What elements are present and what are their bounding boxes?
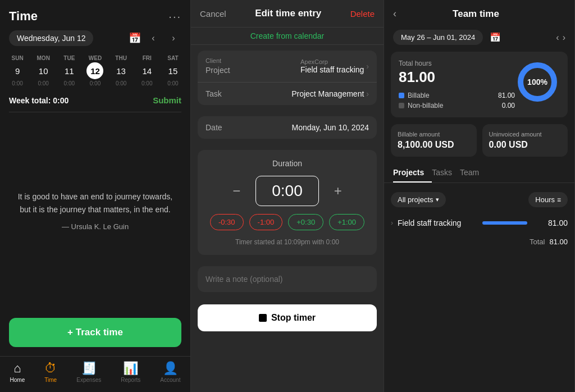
date-label: Date xyxy=(206,123,222,132)
p2-sub-link: Create from calendar xyxy=(191,28,384,45)
duration-plus-button[interactable]: + xyxy=(328,183,348,199)
timer-info: Timer started at 10:09pm with 0:00 xyxy=(235,238,339,246)
nav-expenses[interactable]: 🧾 Expenses xyxy=(76,361,101,383)
hours-filter[interactable]: Hours ≡ xyxy=(528,192,568,207)
non-billable-label: Non-billable xyxy=(408,102,443,110)
all-projects-chevron-icon: ▾ xyxy=(436,196,439,203)
project-label: Project xyxy=(206,66,230,75)
panel-team-time: ‹ Team time May 26 – Jun 01, 2024 📅 ‹ › … xyxy=(384,0,575,392)
billable-amount-card: Billable amount 8,100.00 USD xyxy=(391,124,477,157)
tab-team[interactable]: Team xyxy=(460,163,487,183)
billable-value: 81.00 xyxy=(498,92,515,99)
hours-label: Hours xyxy=(535,195,555,204)
p1-next-btn[interactable]: › xyxy=(166,30,181,46)
p1-prev-btn[interactable]: ‹ xyxy=(145,30,161,46)
total-label: Total xyxy=(530,238,545,246)
date-value: Monday, Jun 10, 2024 xyxy=(291,123,369,132)
nav-account-label: Account xyxy=(160,377,180,383)
panel-edit-time: Cancel Edit time entry Delete Create fro… xyxy=(191,0,384,392)
reports-icon: 📊 xyxy=(123,361,138,376)
nav-time-label: Time xyxy=(44,377,57,383)
day-mon[interactable]: MON 10 0:00 xyxy=(30,55,56,86)
p3-calendar-icon[interactable]: 📅 xyxy=(490,32,501,43)
client-value: ApexCorp xyxy=(300,58,364,65)
duration-display: 0:00 xyxy=(255,176,319,206)
task-value: Project Management xyxy=(291,89,364,98)
nav-home-label: Home xyxy=(10,377,25,383)
p3-next-btn[interactable]: › xyxy=(563,33,565,43)
p3-prev-btn[interactable]: ‹ xyxy=(556,33,559,43)
day-sat[interactable]: SAT 15 0:00 xyxy=(160,55,186,86)
chip-pos30[interactable]: +0:30 xyxy=(288,214,323,230)
project-bar-wrap xyxy=(482,221,527,225)
note-placeholder: Write a note (optional) xyxy=(206,275,282,284)
back-button[interactable]: ‹ xyxy=(393,8,396,20)
stats-card: Total hours 81.00 Billable 81.00 Non-bil… xyxy=(391,52,568,117)
p2-header: Cancel Edit time entry Delete xyxy=(191,0,384,28)
p1-date-chip[interactable]: Wednesday, Jun 12 xyxy=(9,30,93,46)
project-row[interactable]: › Field staff tracking 81.00 xyxy=(384,213,574,233)
nav-expenses-label: Expenses xyxy=(76,377,101,383)
day-row: SUN 9 0:00 MON 10 0:00 TUE 11 0:00 WED 1… xyxy=(0,53,190,86)
project-name: Field staff tracking xyxy=(398,218,461,227)
stop-timer-button[interactable]: Stop timer xyxy=(198,304,377,331)
stop-timer-label: Stop timer xyxy=(271,313,316,323)
all-projects-filter[interactable]: All projects ▾ xyxy=(391,192,446,207)
task-chevron-icon: › xyxy=(366,89,369,98)
submit-button[interactable]: Submit xyxy=(153,95,181,105)
home-icon: ⌂ xyxy=(13,361,21,376)
p1-calendar-icon[interactable]: 📅 xyxy=(129,32,141,44)
p1-date-row: Wednesday, Jun 12 📅 ‹ › xyxy=(0,28,190,53)
duration-controls: − 0:00 + xyxy=(226,176,348,206)
billable-label: Billable xyxy=(408,92,430,99)
date-section: Date Monday, Jun 10, 2024 xyxy=(198,116,377,139)
delete-button[interactable]: Delete xyxy=(350,9,375,19)
nav-reports-label: Reports xyxy=(121,377,140,383)
day-fri[interactable]: FRI 14 0:00 xyxy=(134,55,160,86)
note-section[interactable]: Write a note (optional) xyxy=(198,266,377,292)
tab-projects[interactable]: Projects xyxy=(393,163,432,183)
stop-icon xyxy=(259,314,267,322)
day-thu[interactable]: THU 13 0:00 xyxy=(108,55,134,86)
quote-author: — Ursula K. Le Guin xyxy=(62,222,129,231)
donut-chart: 100% xyxy=(515,60,560,104)
all-projects-label: All projects xyxy=(398,195,433,204)
day-wed[interactable]: WED 12 0:00 xyxy=(82,55,108,86)
p1-more-icon[interactable]: ··· xyxy=(168,10,181,23)
day-sun[interactable]: SUN 9 0:00 xyxy=(4,55,30,86)
week-total-row: Week total: 0:00 Submit xyxy=(0,89,190,112)
create-from-calendar-link[interactable]: Create from calendar xyxy=(250,31,325,40)
chip-neg60[interactable]: -1:00 xyxy=(249,214,283,230)
date-row[interactable]: Date Monday, Jun 10, 2024 xyxy=(198,116,377,139)
tab-tasks[interactable]: Tasks xyxy=(432,163,460,183)
p2-edit-title: Edit time entry xyxy=(255,8,321,19)
cancel-button[interactable]: Cancel xyxy=(200,9,226,19)
total-hours-value: 81.00 xyxy=(399,69,515,86)
client-row[interactable]: Client Project ApexCorp Field staff trac… xyxy=(198,51,377,83)
duration-minus-button[interactable]: − xyxy=(226,183,247,199)
nav-home[interactable]: ⌂ Home xyxy=(10,361,25,383)
donut-label: 100% xyxy=(527,78,547,86)
task-row[interactable]: Task Project Management › xyxy=(198,83,377,105)
nav-time[interactable]: ⏱ Time xyxy=(44,361,57,383)
non-billable-legend: Non-billable 0.00 xyxy=(399,102,515,110)
stop-timer-wrap: Stop timer xyxy=(198,304,377,331)
quote-area: It is good to have an end to journey tow… xyxy=(0,112,190,309)
billable-amount-label: Billable amount xyxy=(398,131,470,138)
track-time-button[interactable]: + Track time xyxy=(9,318,181,347)
chip-neg30[interactable]: -0:30 xyxy=(210,214,244,230)
p3-nav: ‹ › xyxy=(556,33,565,43)
billable-amount-value: 8,100.00 USD xyxy=(398,140,470,150)
nav-account[interactable]: 👤 Account xyxy=(160,361,180,383)
nav-reports[interactable]: 📊 Reports xyxy=(121,361,140,383)
amounts-row: Billable amount 8,100.00 USD Uninvoiced … xyxy=(391,124,568,157)
expenses-icon: 🧾 xyxy=(81,361,97,376)
panel3-inner: ‹ Team time May 26 – Jun 01, 2024 📅 ‹ › … xyxy=(384,0,574,392)
billable-legend: Billable 81.00 xyxy=(399,92,515,99)
project-bar xyxy=(482,221,527,225)
quote-text: It is good to have an end to journey tow… xyxy=(13,190,177,216)
chip-pos60[interactable]: +1:00 xyxy=(329,214,364,230)
day-tue[interactable]: TUE 11 0:00 xyxy=(56,55,82,86)
p3-date-chip[interactable]: May 26 – Jun 01, 2024 xyxy=(393,30,483,45)
billable-dot xyxy=(399,93,404,98)
